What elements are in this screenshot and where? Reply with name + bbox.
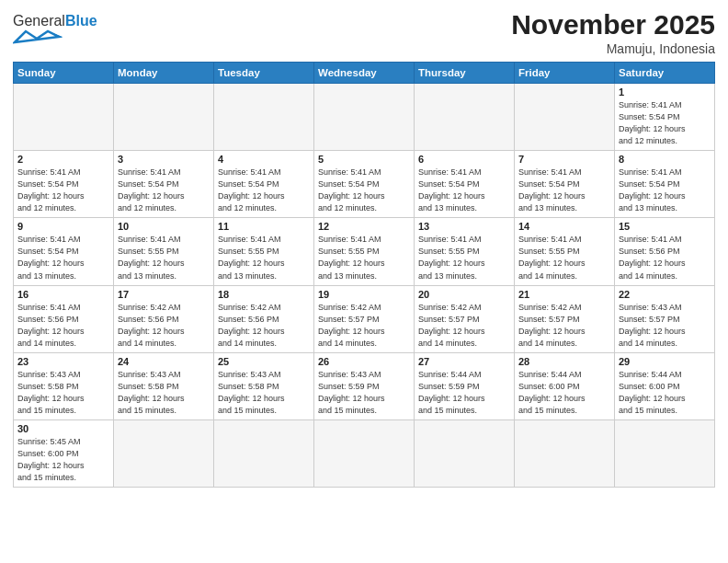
day-number: 13 <box>418 221 510 232</box>
day-number: 24 <box>118 356 210 367</box>
calendar-day-cell: 30Sunrise: 5:45 AMSunset: 6:00 PMDayligh… <box>14 419 114 487</box>
day-info: Sunrise: 5:41 AMSunset: 5:54 PMDaylight:… <box>418 167 510 214</box>
calendar-day-cell <box>314 84 415 151</box>
calendar-day-cell <box>214 84 314 151</box>
calendar-day-cell: 14Sunrise: 5:41 AMSunset: 5:55 PMDayligh… <box>515 218 615 285</box>
calendar-day-cell <box>114 419 214 487</box>
day-number: 6 <box>418 154 510 165</box>
calendar-day-cell: 2Sunrise: 5:41 AMSunset: 5:54 PMDaylight… <box>14 151 114 218</box>
day-info: Sunrise: 5:41 AMSunset: 5:54 PMDaylight:… <box>518 167 610 214</box>
calendar-week-row: 2Sunrise: 5:41 AMSunset: 5:54 PMDaylight… <box>14 151 715 218</box>
day-number: 7 <box>518 154 610 165</box>
calendar-day-cell: 27Sunrise: 5:44 AMSunset: 5:59 PMDayligh… <box>415 352 515 419</box>
day-number: 21 <box>518 289 610 300</box>
calendar-day-cell: 11Sunrise: 5:41 AMSunset: 5:55 PMDayligh… <box>214 218 314 285</box>
day-info: Sunrise: 5:42 AMSunset: 5:57 PMDaylight:… <box>518 302 610 350</box>
calendar-day-cell: 19Sunrise: 5:42 AMSunset: 5:57 PMDayligh… <box>314 285 415 352</box>
calendar-day-cell: 15Sunrise: 5:41 AMSunset: 5:56 PMDayligh… <box>615 218 715 285</box>
logo-blue: Blue <box>65 13 97 29</box>
day-info: Sunrise: 5:43 AMSunset: 5:58 PMDaylight:… <box>118 369 210 417</box>
day-number: 2 <box>17 154 109 165</box>
day-number: 25 <box>218 356 310 367</box>
calendar-day-cell <box>415 419 515 487</box>
calendar-day-cell <box>114 84 214 151</box>
calendar-day-cell: 18Sunrise: 5:42 AMSunset: 5:56 PMDayligh… <box>214 285 314 352</box>
day-info: Sunrise: 5:42 AMSunset: 5:57 PMDaylight:… <box>418 302 510 350</box>
calendar-day-cell <box>314 419 415 487</box>
calendar-day-cell: 4Sunrise: 5:41 AMSunset: 5:54 PMDaylight… <box>214 151 314 218</box>
day-number: 11 <box>218 221 310 232</box>
day-info: Sunrise: 5:44 AMSunset: 6:00 PMDaylight:… <box>518 369 610 417</box>
day-info: Sunrise: 5:43 AMSunset: 5:59 PMDaylight:… <box>318 369 410 417</box>
day-info: Sunrise: 5:43 AMSunset: 5:57 PMDaylight:… <box>619 302 711 350</box>
day-info: Sunrise: 5:41 AMSunset: 5:54 PMDaylight:… <box>619 99 711 147</box>
calendar-day-cell: 17Sunrise: 5:42 AMSunset: 5:56 PMDayligh… <box>114 285 214 352</box>
day-number: 10 <box>118 221 210 232</box>
day-number: 15 <box>619 221 711 232</box>
day-number: 1 <box>619 86 711 98</box>
day-info: Sunrise: 5:43 AMSunset: 5:58 PMDaylight:… <box>218 369 310 417</box>
calendar-day-cell: 21Sunrise: 5:42 AMSunset: 5:57 PMDayligh… <box>515 285 615 352</box>
day-number: 16 <box>17 289 109 300</box>
day-info: Sunrise: 5:41 AMSunset: 5:55 PMDaylight:… <box>418 234 510 282</box>
day-number: 20 <box>418 289 510 300</box>
month-year: November 2025 <box>511 9 715 40</box>
day-number: 8 <box>619 154 711 165</box>
calendar-day-cell: 8Sunrise: 5:41 AMSunset: 5:54 PMDaylight… <box>615 151 715 218</box>
calendar-header-tuesday: Tuesday <box>214 63 314 84</box>
calendar-day-cell: 25Sunrise: 5:43 AMSunset: 5:58 PMDayligh… <box>214 352 314 419</box>
day-info: Sunrise: 5:42 AMSunset: 5:56 PMDaylight:… <box>218 302 310 350</box>
day-info: Sunrise: 5:41 AMSunset: 5:55 PMDaylight:… <box>218 234 310 282</box>
day-number: 12 <box>318 221 410 232</box>
calendar-day-cell: 23Sunrise: 5:43 AMSunset: 5:58 PMDayligh… <box>14 352 114 419</box>
calendar-day-cell <box>615 419 715 487</box>
day-info: Sunrise: 5:41 AMSunset: 5:54 PMDaylight:… <box>218 167 310 214</box>
day-info: Sunrise: 5:44 AMSunset: 5:59 PMDaylight:… <box>418 369 510 417</box>
title-block: November 2025 Mamuju, Indonesia <box>511 9 715 56</box>
day-number: 3 <box>118 154 210 165</box>
calendar-day-cell <box>415 84 515 151</box>
calendar-week-row: 30Sunrise: 5:45 AMSunset: 6:00 PMDayligh… <box>14 419 715 487</box>
calendar-day-cell <box>214 419 314 487</box>
day-info: Sunrise: 5:41 AMSunset: 5:56 PMDaylight:… <box>17 302 109 350</box>
logo-general: General <box>13 13 65 29</box>
calendar-table: SundayMondayTuesdayWednesdayThursdayFrid… <box>13 62 715 488</box>
calendar-week-row: 16Sunrise: 5:41 AMSunset: 5:56 PMDayligh… <box>14 285 715 352</box>
day-number: 30 <box>17 423 109 434</box>
day-info: Sunrise: 5:41 AMSunset: 5:56 PMDaylight:… <box>619 234 711 282</box>
day-info: Sunrise: 5:41 AMSunset: 5:54 PMDaylight:… <box>17 234 109 282</box>
day-info: Sunrise: 5:42 AMSunset: 5:56 PMDaylight:… <box>118 302 210 350</box>
calendar-day-cell: 6Sunrise: 5:41 AMSunset: 5:54 PMDaylight… <box>415 151 515 218</box>
day-number: 23 <box>17 356 109 367</box>
calendar-day-cell: 10Sunrise: 5:41 AMSunset: 5:55 PMDayligh… <box>114 218 214 285</box>
calendar-header-saturday: Saturday <box>615 63 715 84</box>
day-number: 29 <box>619 356 711 367</box>
day-number: 22 <box>619 289 711 300</box>
calendar-header-friday: Friday <box>515 63 615 84</box>
calendar-day-cell: 1Sunrise: 5:41 AMSunset: 5:54 PMDaylight… <box>615 84 715 151</box>
day-info: Sunrise: 5:41 AMSunset: 5:54 PMDaylight:… <box>118 167 210 214</box>
calendar-day-cell: 7Sunrise: 5:41 AMSunset: 5:54 PMDaylight… <box>515 151 615 218</box>
day-info: Sunrise: 5:43 AMSunset: 5:58 PMDaylight:… <box>17 369 109 417</box>
calendar-day-cell: 28Sunrise: 5:44 AMSunset: 6:00 PMDayligh… <box>515 352 615 419</box>
logo-icon <box>13 29 63 44</box>
day-number: 17 <box>118 289 210 300</box>
calendar-day-cell <box>515 419 615 487</box>
calendar-week-row: 9Sunrise: 5:41 AMSunset: 5:54 PMDaylight… <box>14 218 715 285</box>
day-info: Sunrise: 5:44 AMSunset: 6:00 PMDaylight:… <box>619 369 711 417</box>
calendar-day-cell: 24Sunrise: 5:43 AMSunset: 5:58 PMDayligh… <box>114 352 214 419</box>
calendar-header-sunday: Sunday <box>14 63 114 84</box>
day-number: 27 <box>418 356 510 367</box>
day-info: Sunrise: 5:41 AMSunset: 5:54 PMDaylight:… <box>619 167 711 214</box>
day-number: 19 <box>318 289 410 300</box>
calendar-day-cell: 20Sunrise: 5:42 AMSunset: 5:57 PMDayligh… <box>415 285 515 352</box>
calendar-day-cell: 29Sunrise: 5:44 AMSunset: 6:00 PMDayligh… <box>615 352 715 419</box>
calendar-header-thursday: Thursday <box>415 63 515 84</box>
day-info: Sunrise: 5:42 AMSunset: 5:57 PMDaylight:… <box>318 302 410 350</box>
header: GeneralBlue November 2025 Mamuju, Indone… <box>13 9 715 56</box>
day-info: Sunrise: 5:41 AMSunset: 5:55 PMDaylight:… <box>518 234 610 282</box>
day-info: Sunrise: 5:41 AMSunset: 5:55 PMDaylight:… <box>118 234 210 282</box>
day-number: 18 <box>218 289 310 300</box>
calendar-week-row: 23Sunrise: 5:43 AMSunset: 5:58 PMDayligh… <box>14 352 715 419</box>
calendar-day-cell: 16Sunrise: 5:41 AMSunset: 5:56 PMDayligh… <box>14 285 114 352</box>
